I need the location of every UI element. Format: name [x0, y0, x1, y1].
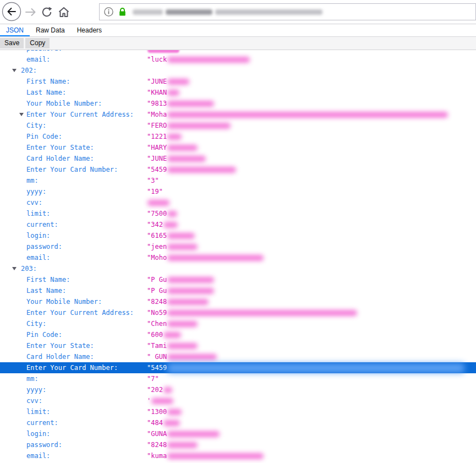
json-key: Pin Code: — [26, 331, 62, 339]
json-row[interactable]: cvv: — [0, 197, 476, 208]
json-value-text: "P Gu — [147, 274, 167, 285]
url-bar[interactable] — [99, 3, 476, 20]
json-row[interactable]: mm:"7" — [0, 373, 476, 384]
json-viewer: password:email:"luck202:First Name:"JUNE… — [0, 50, 476, 463]
json-row[interactable]: email:"luck — [0, 54, 476, 65]
json-row[interactable]: Enter Your Card Number:"5459 — [0, 362, 476, 373]
expander-arrow-icon[interactable] — [12, 69, 17, 72]
json-value: "JUNE — [147, 153, 206, 164]
json-row[interactable]: limit:"1300 — [0, 406, 476, 417]
redaction-blur — [167, 156, 206, 162]
json-row[interactable]: password:"8248 — [0, 439, 476, 450]
json-row[interactable]: Pin Code:"1221 — [0, 131, 476, 142]
json-key: Enter Your Current Address: — [26, 111, 134, 118]
json-section-row[interactable]: 202: — [0, 65, 476, 76]
json-row[interactable]: Last Name:"P Gu — [0, 285, 476, 296]
json-value: "Chen — [147, 318, 198, 329]
json-row[interactable]: password:"jeen — [0, 241, 476, 252]
redaction-blur — [167, 90, 179, 96]
json-value-text: "600 — [147, 329, 163, 340]
json-row[interactable]: Card Holder Name:"JUNE — [0, 153, 476, 164]
json-value-text: "202 — [147, 384, 163, 395]
json-row[interactable]: password: — [0, 50, 476, 54]
json-row[interactable]: Last Name:"KHAN — [0, 87, 476, 98]
save-button[interactable]: Save — [0, 38, 24, 48]
json-key: Your Mobile Number: — [26, 298, 102, 306]
home-button[interactable] — [58, 6, 70, 18]
json-section-row[interactable]: 203: — [0, 263, 476, 274]
tab-headers[interactable]: Headers — [71, 24, 108, 36]
json-value: "No59 — [147, 307, 357, 318]
json-key: email: — [26, 254, 50, 262]
json-key: Enter Your State: — [26, 342, 94, 350]
json-row[interactable]: yyyy:"19" — [0, 186, 476, 197]
redaction-blur — [167, 255, 264, 261]
redaction-blur — [167, 321, 198, 327]
json-row[interactable]: login:"6165 — [0, 230, 476, 241]
json-value-text: " GUN — [147, 351, 167, 362]
json-key: password: — [26, 441, 62, 449]
json-row[interactable]: current:"484 — [0, 417, 476, 428]
json-row[interactable]: City:"Chen — [0, 318, 476, 329]
json-row[interactable]: cvv:' — [0, 395, 476, 406]
json-row[interactable]: Card Holder Name:" GUN — [0, 351, 476, 362]
redaction-blur — [167, 79, 189, 85]
json-key: mm: — [26, 177, 39, 184]
json-value-text: "jeen — [147, 241, 167, 252]
json-value: "P Gu — [147, 274, 214, 285]
json-value: "1300 — [147, 406, 182, 417]
json-row[interactable]: First Name:"P Gu — [0, 274, 476, 285]
json-row[interactable]: Enter Your State:"Tami — [0, 340, 476, 351]
lock-icon[interactable] — [118, 7, 127, 17]
json-value — [147, 50, 179, 54]
tab-raw-data[interactable]: Raw Data — [30, 24, 71, 36]
json-value-text: "7" — [147, 373, 159, 384]
json-key: current: — [26, 221, 58, 228]
json-value-text: "luck — [147, 54, 167, 65]
json-row[interactable]: mm:"3" — [0, 175, 476, 186]
blurred-url-text — [133, 9, 325, 15]
back-button[interactable] — [2, 2, 21, 21]
json-row[interactable]: Enter Your Card Number:"5459 — [0, 164, 476, 175]
json-row[interactable]: email:"Moho — [0, 252, 476, 263]
json-key: email: — [26, 56, 50, 63]
json-row[interactable]: Enter Your Current Address:"No59 — [0, 307, 476, 318]
json-row[interactable]: Enter Your Current Address:"Moha — [0, 109, 476, 120]
json-row[interactable]: email:"kuma — [0, 450, 476, 461]
json-row[interactable]: limit:"7500 — [0, 208, 476, 219]
json-value-text: "P Gu — [147, 285, 167, 296]
json-key: Card Holder Name: — [26, 155, 94, 162]
expander-arrow-icon[interactable] — [12, 267, 17, 270]
tab-json[interactable]: JSON — [0, 24, 30, 36]
json-row[interactable]: Your Mobile Number:"8248 — [0, 296, 476, 307]
viewer-tab-bar: JSON Raw Data Headers — [0, 24, 476, 37]
json-key: limit: — [26, 210, 50, 217]
json-value: "342 — [147, 219, 178, 230]
json-row[interactable]: login:"GUNA — [0, 428, 476, 439]
json-key: cvv: — [26, 397, 42, 405]
redaction-blur — [167, 299, 209, 305]
json-row[interactable]: City:"FERO — [0, 120, 476, 131]
forward-button[interactable] — [25, 7, 37, 17]
json-key: 203: — [21, 265, 37, 273]
json-value-text: "9813 — [147, 98, 167, 109]
json-value: "KHAN — [147, 87, 179, 98]
json-value: " GUN — [147, 351, 217, 362]
json-value: ' — [147, 395, 173, 406]
json-row[interactable]: current:"342 — [0, 219, 476, 230]
json-row[interactable]: yyyy:"202 — [0, 384, 476, 395]
reload-button[interactable] — [41, 6, 53, 18]
json-row[interactable]: Enter Your State:"HARY — [0, 142, 476, 153]
json-key: current: — [26, 419, 58, 427]
json-value: "Moha — [147, 109, 448, 120]
json-row[interactable]: Pin Code:"600 — [0, 329, 476, 340]
expander-arrow-icon[interactable] — [19, 113, 24, 116]
json-key: City: — [26, 122, 46, 129]
copy-button[interactable]: Copy — [25, 38, 50, 48]
info-icon[interactable] — [104, 7, 113, 17]
reload-icon — [41, 6, 53, 18]
redaction-blur — [167, 453, 264, 459]
json-row[interactable]: First Name:"JUNE — [0, 76, 476, 87]
home-icon — [58, 6, 70, 18]
json-row[interactable]: Your Mobile Number:"9813 — [0, 98, 476, 109]
